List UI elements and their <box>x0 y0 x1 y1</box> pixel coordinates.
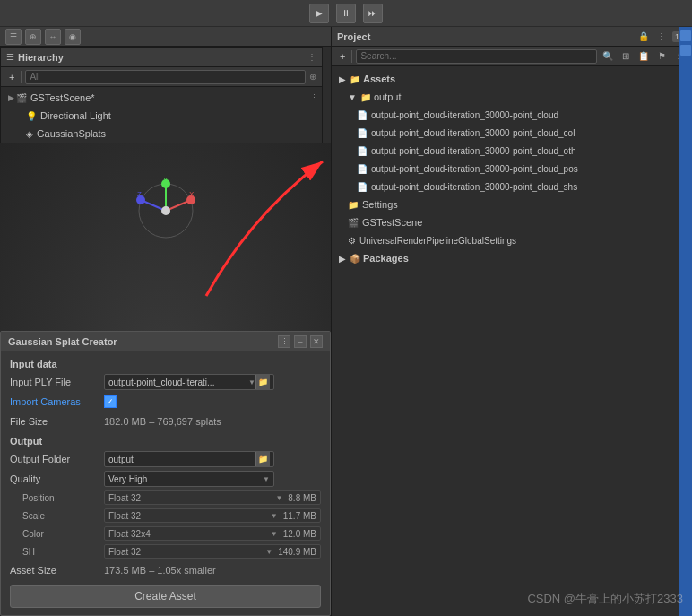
project-content: ▶ 📁 Assets ▼ 📁 output 📄 output-point_clo… <box>332 66 692 616</box>
svg-point-10 <box>161 206 170 215</box>
right-edge-strip <box>679 27 692 616</box>
directional-light-label: Directional Light <box>40 110 111 121</box>
file-icon-4: 📄 <box>357 182 368 192</box>
sh-size: 140.9 MB <box>278 547 316 557</box>
output-folder-img: 📁 <box>360 92 371 102</box>
file-icon-2: 📄 <box>357 146 368 156</box>
project-copy-icon[interactable]: 📋 <box>636 49 651 64</box>
position-type: Float 32 <box>108 493 273 503</box>
hierarchy-add-btn[interactable]: + <box>6 72 17 82</box>
pause-button[interactable]: ⏸ <box>336 4 356 23</box>
ply-file-text: output-point_cloud-iterati... <box>108 377 247 387</box>
ply-file-row: Input PLY File output-point_cloud-iterat… <box>10 373 321 391</box>
hierarchy-title: Hierarchy <box>18 52 304 63</box>
color-arrow: ▼ <box>271 530 278 538</box>
panel-menu-btn[interactable]: ⋮ <box>278 335 290 348</box>
step-button[interactable]: ⏭ <box>363 4 383 23</box>
light-icon: 💡 <box>26 111 37 121</box>
assets-folder-icon: ▶ <box>339 74 346 84</box>
hierarchy-item-gaussian-splats[interactable]: ◈ GaussianSplats <box>1 125 322 143</box>
gaussian-icon: ◈ <box>26 129 33 139</box>
scale-row: Scale Float 32 ▼ 11.7 MB <box>10 508 321 524</box>
project-file-1[interactable]: 📄 output-point_cloud-iteration_30000-poi… <box>332 124 692 142</box>
project-file-3[interactable]: 📄 output-point_cloud-iteration_30000-poi… <box>332 160 692 178</box>
sh-value[interactable]: Float 32 ▼ 140.9 MB <box>104 544 321 559</box>
output-folder-label: Output Folder <box>10 454 104 464</box>
settings-folder[interactable]: 📁 Settings <box>332 195 692 213</box>
assets-folder[interactable]: ▶ 📁 Assets <box>332 70 692 88</box>
scene-tool-4[interactable]: ◉ <box>65 29 81 45</box>
asset-size-label: Asset Size <box>10 565 104 576</box>
project-grid-icon[interactable]: ⊞ <box>618 49 633 64</box>
project-add-btn[interactable]: + <box>337 51 348 62</box>
output-folder-value[interactable]: output 📁 <box>104 451 274 467</box>
gs-test-scene-item[interactable]: 🎬 GSTestScene <box>332 213 692 231</box>
quality-value[interactable]: Very High ▼ <box>104 471 274 487</box>
checkbox-check: ✓ <box>107 397 114 406</box>
hierarchy-header: ☰ Hierarchy ⋮ <box>1 48 322 67</box>
project-file-4[interactable]: 📄 output-point_cloud-iteration_30000-poi… <box>332 178 692 195</box>
scene-asset-icon: 🎬 <box>348 218 359 228</box>
scale-arrow: ▼ <box>271 512 278 520</box>
position-size: 8.8 MB <box>288 493 316 503</box>
svg-text:Z: Z <box>137 190 142 198</box>
file-icon-0: 📄 <box>357 110 368 120</box>
hierarchy-item-directional-light[interactable]: 💡 Directional Light <box>1 107 322 125</box>
scene-menu[interactable]: ⋮ <box>310 93 318 102</box>
project-lock-icon[interactable]: 🔒 <box>636 30 651 44</box>
scene-toolbar: ☰ ⊕ ↔ ◉ <box>0 27 331 47</box>
scene-tool-2[interactable]: ⊕ <box>25 29 41 45</box>
hierarchy-icon: ☰ <box>6 52 14 62</box>
packages-folder[interactable]: ▶ 📦 Packages <box>332 249 692 267</box>
gaussian-panel-header[interactable]: Gaussian Splat Creator ⋮ – ✕ <box>1 332 330 351</box>
create-asset-button[interactable]: Create Asset <box>10 585 321 608</box>
panel-close-btn[interactable]: ✕ <box>310 335 323 348</box>
edge-btn-1[interactable] <box>680 30 691 41</box>
toolbar-divider <box>351 50 352 63</box>
output-folder-text: output <box>108 455 255 464</box>
project-file-text-1: output-point_cloud-iteration_30000-point… <box>371 128 575 138</box>
pipeline-item[interactable]: ⚙ UniversalRenderPipelineGlobalSettings <box>332 231 692 249</box>
output-folder-btn[interactable]: 📁 <box>255 452 270 466</box>
project-flag-icon[interactable]: ⚑ <box>654 49 669 64</box>
import-cameras-link[interactable]: Import Cameras <box>10 396 81 407</box>
ply-dropdown-arrow: ▼ <box>248 378 255 386</box>
project-search[interactable] <box>356 49 597 64</box>
sh-arrow: ▼ <box>265 548 272 556</box>
quality-label: Quality <box>10 473 104 484</box>
scene-tool-1[interactable]: ☰ <box>5 29 22 45</box>
sh-row: SH Float 32 ▼ 140.9 MB <box>10 543 321 560</box>
import-cameras-checkbox[interactable]: ✓ <box>104 395 117 408</box>
input-section-label: Input data <box>10 359 321 369</box>
panel-minimize-btn[interactable]: – <box>294 335 307 348</box>
main-layout: ☰ ⊕ ↔ ◉ ☰ Hierarchy ⋮ + ⊕ ▶ <box>0 27 692 616</box>
gaussian-panel-title: Gaussian Splat Creator <box>8 336 278 347</box>
project-search-icon[interactable]: 🔍 <box>601 49 615 64</box>
hierarchy-search[interactable] <box>25 70 306 84</box>
position-value[interactable]: Float 32 ▼ 8.8 MB <box>104 490 321 505</box>
packages-icon: 📦 <box>350 254 360 264</box>
edge-btn-2[interactable] <box>680 45 691 56</box>
hierarchy-scene-root[interactable]: ▶ 🎬 GSTestScene* ⋮ <box>1 89 322 107</box>
ply-file-value[interactable]: output-point_cloud-iterati... ▼ 📁 <box>104 374 274 390</box>
project-file-2[interactable]: 📄 output-point_cloud-iteration_30000-poi… <box>332 142 692 160</box>
output-folder[interactable]: ▼ 📁 output <box>332 88 692 106</box>
hierarchy-menu-dots[interactable]: ⋮ <box>307 52 316 62</box>
pipeline-label: UniversalRenderPipelineGlobalSettings <box>359 236 516 246</box>
quality-row: Quality Very High ▼ <box>10 470 321 488</box>
ply-folder-btn[interactable]: 📁 <box>255 375 270 389</box>
color-value[interactable]: Float 32x4 ▼ 12.0 MB <box>104 526 321 541</box>
scale-value[interactable]: Float 32 ▼ 11.7 MB <box>104 508 321 523</box>
top-toolbar: ▶ ⏸ ⏭ <box>0 0 692 27</box>
hierarchy-filter-btn[interactable]: ⊕ <box>309 72 316 82</box>
play-button[interactable]: ▶ <box>309 4 329 23</box>
scene-tool-3[interactable]: ↔ <box>45 29 61 45</box>
project-menu-icon[interactable]: ⋮ <box>654 30 669 44</box>
output-section-label: Output <box>10 436 321 447</box>
file-size-row: File Size 182.0 MB – 769,697 splats <box>10 412 321 430</box>
assets-folder-img: 📁 <box>350 74 360 84</box>
output-folder-label: output <box>374 91 402 102</box>
project-file-0[interactable]: 📄 output-point_cloud-iteration_30000-poi… <box>332 106 692 124</box>
project-file-text-4: output-point_cloud-iteration_30000-point… <box>371 182 577 192</box>
ply-file-label: Input PLY File <box>10 377 104 387</box>
